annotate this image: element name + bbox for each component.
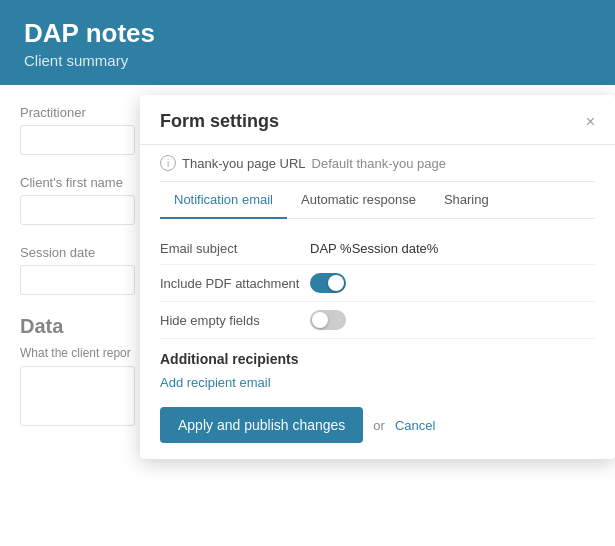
hide-empty-toggle-knob bbox=[312, 312, 328, 328]
include-pdf-toggle[interactable] bbox=[310, 273, 346, 293]
additional-recipients-title: Additional recipients bbox=[160, 351, 595, 367]
form-settings-modal: Form settings × i Thank-you page URL Def… bbox=[140, 95, 615, 459]
tab-sharing[interactable]: Sharing bbox=[430, 182, 503, 219]
action-row: Apply and publish changes or Cancel bbox=[160, 407, 595, 443]
thankyou-value: Default thank-you page bbox=[312, 156, 446, 171]
include-pdf-toggle-knob bbox=[328, 275, 344, 291]
include-pdf-label: Include PDF attachment bbox=[160, 276, 310, 291]
modal-close-button[interactable]: × bbox=[586, 114, 595, 130]
tab-notification-email[interactable]: Notification email bbox=[160, 182, 287, 219]
tab-automatic-response[interactable]: Automatic response bbox=[287, 182, 430, 219]
page-subtitle: Client summary bbox=[24, 52, 591, 69]
include-pdf-row: Include PDF attachment bbox=[160, 265, 595, 302]
info-icon: i bbox=[160, 155, 176, 171]
email-subject-value: DAP %Session date% bbox=[310, 241, 438, 256]
hide-empty-label: Hide empty fields bbox=[160, 313, 310, 328]
thankyou-row: i Thank-you page URL Default thank-you p… bbox=[160, 145, 595, 182]
page-title: DAP notes bbox=[24, 18, 591, 49]
page-header: DAP notes Client summary bbox=[0, 0, 615, 85]
modal-body: i Thank-you page URL Default thank-you p… bbox=[140, 145, 615, 459]
thankyou-label: Thank-you page URL bbox=[182, 156, 306, 171]
hide-empty-toggle[interactable] bbox=[310, 310, 346, 330]
add-recipient-link[interactable]: Add recipient email bbox=[160, 375, 271, 390]
email-subject-row: Email subject DAP %Session date% bbox=[160, 233, 595, 265]
email-subject-label: Email subject bbox=[160, 241, 310, 256]
apply-publish-button[interactable]: Apply and publish changes bbox=[160, 407, 363, 443]
or-label: or bbox=[373, 418, 385, 433]
modal-title: Form settings bbox=[160, 111, 279, 132]
modal-tabs: Notification email Automatic response Sh… bbox=[160, 182, 595, 219]
main-content: Practitioner Client's first name Session… bbox=[0, 85, 615, 539]
hide-empty-row: Hide empty fields bbox=[160, 302, 595, 339]
modal-header: Form settings × bbox=[140, 95, 615, 145]
cancel-button[interactable]: Cancel bbox=[395, 418, 435, 433]
